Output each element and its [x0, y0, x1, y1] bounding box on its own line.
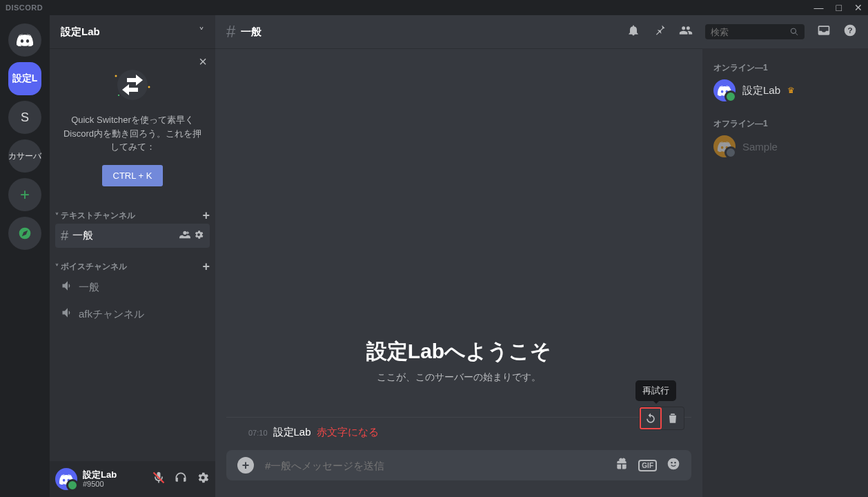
message-text: 赤文字になる	[317, 426, 379, 439]
hash-icon: #	[226, 22, 235, 41]
search-icon	[789, 26, 799, 37]
search-box[interactable]	[705, 24, 805, 39]
welcome-block: 設定Labへようこそ ここが、このサーバーの始まりです。	[226, 338, 691, 384]
member-name: 設定Lab	[742, 84, 780, 97]
guild-s[interactable]: S	[8, 101, 41, 134]
channel-sidebar: 設定Lab ˅ × Quick Switcherを使って素早くDiscord内を…	[50, 15, 215, 497]
gift-icon[interactable]	[615, 457, 629, 474]
add-channel-icon[interactable]: +	[202, 260, 210, 274]
guild-active[interactable]: 設定L	[8, 62, 41, 95]
svg-point-7	[668, 458, 680, 470]
discord-logo-icon	[17, 34, 33, 46]
user-avatar[interactable]	[55, 468, 77, 490]
user-panel: 設定Lab #9500	[50, 461, 215, 497]
guild-add-server-text[interactable]: カサーバ	[8, 139, 41, 173]
svg-text:?: ?	[847, 26, 852, 35]
svg-point-1	[115, 75, 117, 77]
settings-icon[interactable]	[196, 471, 210, 487]
channel-title: 一般	[241, 26, 262, 39]
svg-point-9	[674, 462, 676, 464]
discord-logo-icon	[718, 86, 731, 96]
channel-name: afkチャンネル	[79, 308, 144, 321]
message-author: 設定Lab	[273, 426, 311, 439]
voice-channels-category[interactable]: ボイスチャンネル +	[50, 248, 215, 274]
member-name: Sample	[742, 141, 778, 153]
message-time: 07:10	[248, 429, 268, 437]
explore-button[interactable]	[8, 217, 41, 250]
svg-point-3	[118, 95, 119, 96]
window-controls: — □ ✕	[814, 2, 862, 13]
message-input-area: + GIF	[215, 450, 702, 497]
add-channel-icon[interactable]: +	[202, 208, 210, 223]
app-logo-text: DISCORD	[6, 3, 43, 12]
channel-name: 一般	[72, 229, 93, 242]
home-button[interactable]	[8, 23, 41, 57]
category-label: ボイスチャンネル	[55, 261, 127, 273]
mute-icon[interactable]	[152, 471, 166, 487]
voice-channel-item[interactable]: 一般	[55, 275, 210, 300]
member-item[interactable]: Sample	[708, 133, 862, 160]
server-header[interactable]: 設定Lab ˅	[50, 15, 215, 48]
server-name: 設定Lab	[61, 26, 100, 39]
quick-switcher-key[interactable]: CTRL + K	[102, 165, 164, 186]
online-header: オンライン—1	[708, 62, 862, 77]
gear-icon[interactable]	[193, 229, 204, 242]
attach-button[interactable]: +	[237, 457, 254, 474]
deafen-icon[interactable]	[174, 471, 188, 487]
svg-point-2	[148, 86, 150, 88]
svg-point-8	[671, 462, 673, 464]
quick-switcher-card: × Quick Switcherを使って素早くDiscord内を動き回ろう。これ…	[50, 48, 215, 197]
retry-tooltip: 再試行	[635, 380, 676, 401]
svg-point-0	[117, 70, 148, 100]
member-avatar	[713, 79, 736, 101]
quick-switcher-text: Quick Switcherを使って素早くDiscord内を動き回ろう。これを押…	[61, 113, 204, 154]
add-server-button[interactable]: +	[8, 178, 41, 211]
titlebar: DISCORD — □ ✕	[0, 0, 868, 15]
message-actions	[639, 407, 684, 430]
hash-icon: #	[61, 228, 68, 244]
user-info[interactable]: 設定Lab #9500	[83, 469, 117, 489]
crown-icon: ♛	[787, 86, 795, 95]
welcome-title: 設定Labへようこそ	[226, 338, 691, 366]
inbox-icon[interactable]	[817, 23, 831, 40]
main-content: # 一般 ? 設定Labへようこそ ここが、このサーバーの始まりです	[215, 15, 868, 497]
discord-logo-icon	[59, 474, 73, 485]
search-input[interactable]	[711, 27, 789, 37]
close-button[interactable]: ✕	[854, 2, 862, 13]
emoji-icon[interactable]	[667, 457, 680, 474]
member-avatar	[713, 135, 736, 157]
text-channel-item[interactable]: # 一般	[55, 224, 210, 248]
close-icon[interactable]: ×	[199, 54, 207, 70]
compass-icon	[18, 226, 32, 240]
retry-button[interactable]	[640, 407, 662, 429]
members-icon[interactable]	[679, 23, 693, 40]
voice-channel-item[interactable]: afkチャンネル	[55, 302, 210, 327]
chevron-down-icon: ˅	[199, 26, 204, 39]
maximize-button[interactable]: □	[836, 2, 842, 13]
members-list: オンライン—1 設定Lab ♛ オフライン—1 Sample	[702, 48, 868, 497]
user-name: 設定Lab	[83, 469, 117, 480]
speaker-icon	[61, 306, 75, 323]
delete-button[interactable]	[662, 407, 684, 429]
messages-area: 設定Labへようこそ ここが、このサーバーの始まりです。 07:10 設定Lab…	[215, 48, 702, 450]
speaker-icon	[61, 279, 75, 296]
gif-button[interactable]: GIF	[638, 460, 657, 471]
discord-logo-icon	[718, 142, 731, 152]
guild-list: 設定L S カサーバ +	[0, 15, 50, 497]
welcome-subtitle: ここが、このサーバーの始まりです。	[226, 371, 691, 384]
message-input-box[interactable]: + GIF	[226, 450, 691, 480]
swap-arrows-icon	[61, 68, 204, 102]
member-item[interactable]: 設定Lab ♛	[708, 77, 862, 104]
notifications-icon[interactable]	[627, 23, 640, 40]
channel-name: 一般	[79, 281, 99, 294]
minimize-button[interactable]: —	[814, 2, 824, 13]
category-label: テキストチャンネル	[55, 210, 135, 222]
message-row: 07:10 設定Lab 赤文字になる 再試行	[226, 417, 691, 439]
message-input[interactable]	[265, 460, 604, 471]
help-icon[interactable]: ?	[843, 23, 857, 40]
text-channels-category[interactable]: テキストチャンネル +	[50, 197, 215, 223]
pinned-icon[interactable]	[653, 23, 667, 40]
invite-icon[interactable]	[179, 229, 190, 242]
channel-header: # 一般 ?	[215, 15, 868, 48]
offline-header: オフライン—1	[708, 118, 862, 133]
